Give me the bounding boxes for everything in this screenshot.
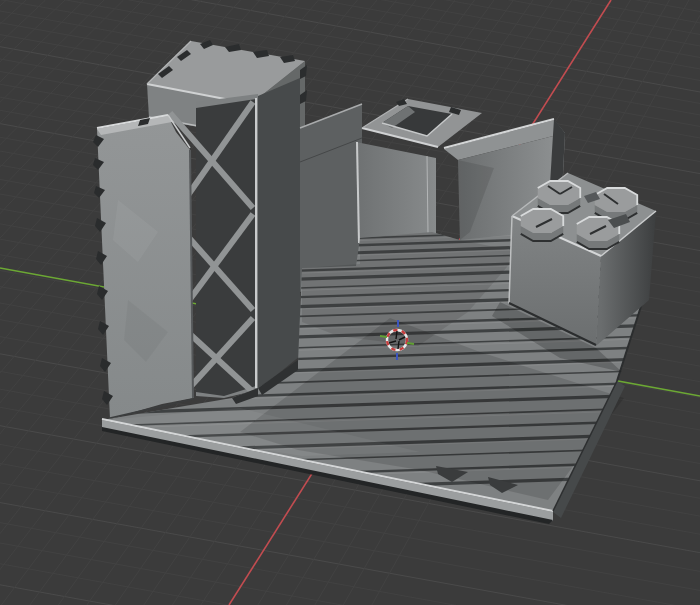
cursor-y-tick xyxy=(380,336,387,337)
left-wall-front-face xyxy=(97,116,193,419)
cursor-spoke xyxy=(398,341,399,349)
tower-body-right-face xyxy=(258,78,300,390)
back-wall xyxy=(300,104,362,292)
hollow-box-front-face xyxy=(356,142,436,243)
cursor-y-tick xyxy=(407,343,414,344)
cursor-spoke xyxy=(396,331,397,339)
blender-viewport[interactable] xyxy=(0,0,700,605)
scene-svg[interactable] xyxy=(0,0,700,605)
